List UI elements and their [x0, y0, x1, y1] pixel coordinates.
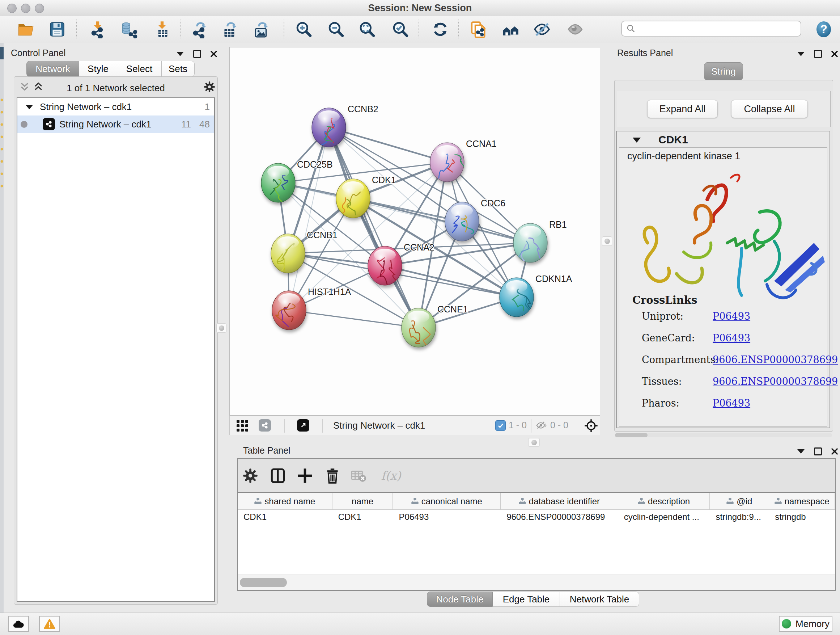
bottom-splitter-handle[interactable]	[528, 438, 540, 447]
grid-view-icon[interactable]	[236, 420, 249, 432]
edge-count: 48	[199, 119, 210, 130]
network-node-CCNE1[interactable]	[401, 308, 436, 347]
show-hide-annotations-icon[interactable]	[565, 19, 585, 40]
column-header-name[interactable]: name	[332, 493, 393, 509]
network-canvas[interactable]: CCNB2CCNA1CDC25BCDK1CDC6RB1CCNB1CCNA2CDK…	[229, 47, 600, 416]
table-cell[interactable]: 9606.ENSP00000378699	[501, 510, 618, 524]
expand-all-button[interactable]: Expand All	[647, 100, 718, 118]
network-tree-root-row[interactable]: String Network – cdk1 1	[17, 98, 214, 116]
zoom-selected-icon[interactable]	[390, 19, 411, 40]
pan-crosshair-icon[interactable]	[584, 419, 598, 432]
column-header--id[interactable]: @id	[710, 493, 769, 509]
crosslink-value-link[interactable]: P06493	[713, 333, 750, 344]
network-node-CCNA2[interactable]	[368, 246, 402, 285]
new-network-from-selection-icon[interactable]	[468, 19, 488, 40]
tab-style[interactable]: Style	[79, 61, 117, 77]
cloud-status-button[interactable]	[8, 616, 29, 632]
open-file-icon[interactable]	[16, 19, 36, 40]
float-panel-icon[interactable]	[814, 448, 822, 455]
close-panel-icon[interactable]	[831, 51, 838, 57]
crosslink-value-link[interactable]: P06493	[713, 310, 750, 322]
warning-status-button[interactable]	[39, 616, 60, 632]
search-box[interactable]	[621, 21, 801, 36]
network-graph[interactable]: CCNB2CCNA1CDC25BCDK1CDC6RB1CCNB1CCNA2CDK…	[230, 48, 600, 415]
tab-edge-table[interactable]: Edge Table	[493, 592, 560, 607]
detach-view-icon[interactable]	[297, 419, 309, 432]
table-cell[interactable]: CDK1	[238, 510, 332, 524]
network-node-CDKN1A[interactable]	[500, 278, 535, 317]
column-header-canonical-name[interactable]: canonical name	[393, 493, 501, 509]
table-cell[interactable]: stringdb	[769, 510, 835, 524]
delete-table-icon[interactable]	[348, 466, 369, 486]
selected-checkbox-icon[interactable]	[495, 420, 506, 431]
expanded-triangle-icon[interactable]	[25, 104, 33, 110]
zoom-out-icon[interactable]	[326, 19, 346, 40]
import-network-database-icon[interactable]	[118, 19, 139, 40]
scrollbar-thumb[interactable]	[240, 578, 287, 587]
memory-button[interactable]: Memory	[779, 616, 832, 632]
crosslink-value-link[interactable]: 9606.ENSP00000378699	[713, 354, 838, 365]
export-table-icon[interactable]	[219, 19, 240, 40]
tab-node-table[interactable]: Node Table	[427, 592, 493, 607]
table-cell[interactable]: P06493	[393, 510, 501, 524]
float-panel-icon[interactable]	[193, 50, 201, 58]
function-builder-icon[interactable]: f(x)	[377, 466, 406, 486]
network-options-gear-icon[interactable]	[203, 80, 216, 93]
close-panel-icon[interactable]	[831, 448, 838, 455]
network-node-RB1[interactable]	[513, 223, 547, 268]
network-share-view-icon[interactable]	[259, 419, 271, 432]
crosslink-value-link[interactable]: 9606.ENSP00000378699	[713, 376, 838, 387]
table-options-gear-icon[interactable]	[240, 466, 261, 486]
apply-layout-icon[interactable]	[430, 19, 450, 40]
export-image-icon[interactable]	[251, 19, 271, 40]
crosslink-value-link[interactable]: P06493	[713, 397, 750, 409]
left-splitter-handle[interactable]	[216, 323, 226, 333]
delete-column-trash-icon[interactable]	[322, 466, 343, 486]
network-node-CDC6[interactable]	[445, 202, 479, 241]
results-panel-scrollbar[interactable]	[615, 433, 832, 437]
tab-select[interactable]: Select	[117, 61, 162, 77]
float-panel-icon[interactable]	[814, 50, 822, 58]
network-node-CDC25B[interactable]	[261, 163, 295, 203]
right-splitter-handle[interactable]	[602, 236, 612, 246]
tab-sets[interactable]: Sets	[162, 61, 195, 77]
hidden-eye-icon[interactable]	[536, 421, 547, 430]
network-node-HIST1H1A[interactable]	[272, 291, 306, 330]
close-panel-icon[interactable]	[210, 51, 217, 57]
table-row[interactable]: CDK1CDK1P064939606.ENSP00000378699cyclin…	[238, 510, 835, 524]
column-header-description[interactable]: description	[618, 493, 710, 509]
network-tree-child-row[interactable]: String Network – cdk1 11 48	[17, 116, 214, 133]
table-cell[interactable]: CDK1	[332, 510, 393, 524]
first-neighbors-icon[interactable]	[500, 19, 521, 40]
fit-content-icon[interactable]	[357, 19, 377, 40]
section-expanded-triangle-icon[interactable]	[632, 136, 641, 143]
table-cell[interactable]: cyclin-dependent ...	[618, 510, 710, 524]
network-node-CCNB1[interactable]	[271, 234, 305, 276]
panel-menu-icon[interactable]	[797, 449, 805, 454]
collapse-all-button[interactable]: Collapse All	[731, 100, 808, 118]
add-column-icon[interactable]	[295, 466, 315, 486]
network-node-CCNB2[interactable]	[312, 108, 346, 147]
help-icon[interactable]: ?	[813, 19, 834, 40]
zoom-in-icon[interactable]	[294, 19, 314, 40]
tab-network[interactable]: Network	[27, 61, 79, 77]
import-network-file-icon[interactable]	[88, 19, 108, 40]
collection-count: 1	[205, 101, 210, 112]
import-table-icon[interactable]	[152, 19, 172, 40]
search-input[interactable]	[636, 23, 801, 34]
table-cell[interactable]: stringdb:9...	[710, 510, 769, 524]
network-node-CDK1[interactable]	[336, 179, 370, 218]
tab-string[interactable]: String	[704, 62, 743, 80]
panel-menu-icon[interactable]	[177, 52, 184, 56]
show-hide-graphics-details-icon[interactable]	[532, 19, 552, 40]
tab-network-table[interactable]: Network Table	[560, 592, 639, 607]
export-network-icon[interactable]	[189, 19, 210, 40]
column-header-database-identifier[interactable]: database identifier	[501, 493, 618, 509]
selected-count: 1 - 0	[508, 420, 527, 431]
table-horizontal-scrollbar[interactable]	[238, 575, 835, 590]
column-header-shared-name[interactable]: shared name	[238, 493, 332, 509]
column-header-namespace[interactable]: namespace	[769, 493, 835, 509]
show-columns-icon[interactable]	[268, 466, 288, 486]
panel-menu-icon[interactable]	[797, 52, 805, 56]
save-session-icon[interactable]	[47, 19, 67, 40]
